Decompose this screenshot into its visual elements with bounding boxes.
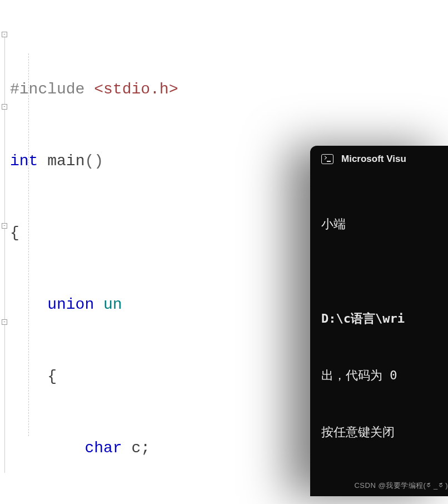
- console-title: Microsoft Visu: [341, 154, 406, 165]
- console-line: 按任意键关闭: [321, 423, 442, 442]
- fold-gutter: - - - -: [0, 0, 10, 504]
- code-line: {: [10, 221, 237, 245]
- console-line: D:\c语言\wri: [321, 309, 442, 328]
- fold-marker[interactable]: -: [2, 319, 7, 325]
- fold-marker[interactable]: -: [2, 104, 7, 110]
- code-line: #include <stdio.h>: [10, 77, 237, 101]
- watermark: CSDN @我要学编程(ಥ_ಥ): [354, 481, 448, 491]
- console-titlebar[interactable]: Microsoft Visu: [310, 146, 448, 172]
- code-line: char c;: [10, 436, 237, 460]
- terminal-icon: [321, 154, 333, 164]
- code-line: {: [10, 364, 237, 388]
- console-output: 小端 D:\c语言\wri 出，代码为 0 按任意键关闭: [310, 172, 448, 484]
- code-line: union un: [10, 293, 237, 317]
- fold-marker[interactable]: -: [2, 223, 7, 229]
- console-window[interactable]: Microsoft Visu 小端 D:\c语言\wri 出，代码为 0 按任意…: [310, 146, 448, 496]
- console-line: 出，代码为 0: [321, 366, 442, 385]
- code-line: int main(): [10, 149, 237, 173]
- code-area[interactable]: #include <stdio.h> int main() { union un…: [10, 6, 237, 504]
- console-line: 小端: [321, 215, 442, 234]
- fold-marker[interactable]: -: [2, 32, 7, 37]
